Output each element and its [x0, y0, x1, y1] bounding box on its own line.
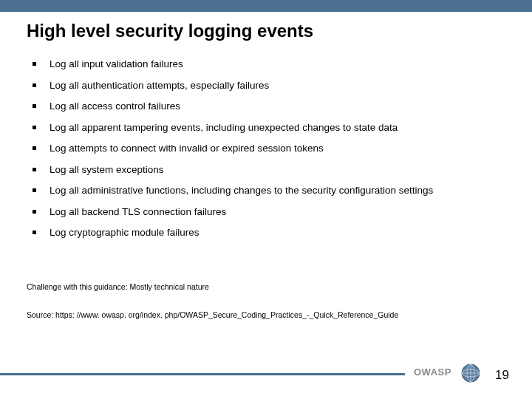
list-item-text: Log all administrative functions, includ…	[50, 184, 499, 197]
list-item: Log all administrative functions, includ…	[33, 184, 499, 197]
list-item-text: Log all input validation failures	[50, 58, 499, 71]
list-item-text: Log attempts to connect with invalid or …	[50, 142, 499, 155]
list-item: Log attempts to connect with invalid or …	[33, 142, 499, 155]
source-note: Source: https: //www. owasp. org/index. …	[27, 310, 398, 319]
bullet-list: Log all input validation failures Log al…	[33, 58, 499, 248]
bullet-icon	[33, 231, 36, 234]
list-item-text: Log all authentication attempts, especia…	[50, 79, 499, 92]
list-item-text: Log all access control failures	[50, 100, 499, 113]
bullet-icon	[33, 210, 36, 214]
list-item-text: Log cryptographic module failures	[50, 226, 499, 239]
slide: High level security logging events Log a…	[0, 0, 532, 399]
list-item: Log all backend TLS connection failures	[33, 205, 499, 219]
slide-title: High level security logging events	[27, 21, 313, 41]
list-item-text: Log all system exceptions	[50, 163, 499, 177]
list-item: Log all authentication attempts, especia…	[33, 79, 499, 92]
challenge-note: Challenge with this guidance: Mostly tec…	[27, 282, 209, 291]
bullet-icon	[33, 146, 36, 150]
list-item: Log all access control failures	[33, 100, 499, 113]
page-number: 19	[495, 368, 509, 383]
list-item: Log all input validation failures	[33, 58, 499, 71]
list-item-text: Log all apparent tampering events, inclu…	[50, 121, 499, 134]
list-item: Log all system exceptions	[33, 163, 499, 177]
bullet-icon	[33, 62, 36, 66]
bullet-icon	[33, 83, 36, 87]
list-item: Log all apparent tampering events, inclu…	[33, 121, 499, 134]
bullet-icon	[33, 104, 36, 108]
footer: OWASP 19	[0, 364, 532, 384]
list-item-text: Log all backend TLS connection failures	[50, 205, 499, 219]
footer-line	[0, 373, 405, 375]
globe-icon	[461, 364, 480, 383]
brand-label: OWASP	[414, 366, 451, 378]
bullet-icon	[33, 188, 36, 192]
top-bar	[0, 0, 532, 12]
bullet-icon	[33, 126, 36, 129]
bullet-icon	[33, 168, 36, 171]
list-item: Log cryptographic module failures	[33, 226, 499, 239]
